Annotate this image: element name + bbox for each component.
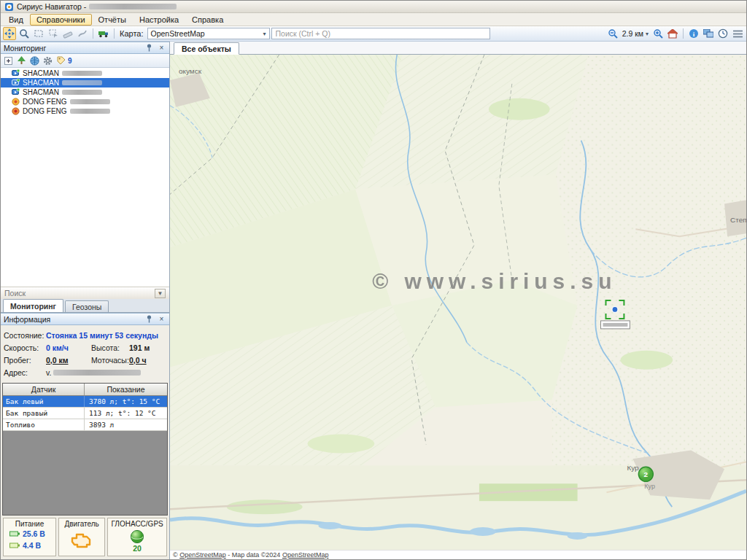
power-backup-value: 4.4 В — [23, 541, 41, 550]
place-label: окумск — [179, 67, 202, 75]
expand-tree-icon[interactable] — [2, 55, 15, 67]
monitoring-panel-title: Мониторинг — [4, 44, 142, 52]
close-icon[interactable]: × — [157, 314, 166, 324]
main-toolbar: Карта: OpenStreetMap ▾ 2.9 км ▾ i — [1, 26, 746, 42]
place-label: Кур — [644, 483, 655, 490]
zoom-in-icon[interactable] — [651, 27, 665, 40]
map-select-label: Карта: — [120, 29, 144, 38]
sensor-row-selected[interactable]: Бак левый 3780 л; t°: 15 °C — [3, 396, 167, 408]
map-canvas[interactable]: окумск Степ Кур Кур © www.sirius.su — [170, 55, 746, 550]
osm-link[interactable]: OpenStreetMap — [179, 551, 226, 559]
vehicle-status-icon — [12, 98, 20, 106]
info-row-state: Состояние: Стоянка 15 минут 53 секунды — [4, 329, 166, 341]
sensor-table-header: Датчик Показание — [3, 384, 167, 396]
state-label: Состояние: — [4, 331, 46, 340]
sensor-table: Датчик Показание Бак левый 3780 л; t°: 1… — [2, 383, 168, 516]
chevron-down-icon: ▾ — [646, 31, 649, 37]
monitors-icon[interactable] — [702, 27, 715, 40]
vehicle-status-icon — [12, 88, 20, 96]
vehicle-status-icon — [12, 79, 20, 87]
value-col-header[interactable]: Показание — [85, 384, 167, 395]
altitude-label: Высота: — [91, 343, 129, 352]
vehicle-row[interactable]: DONG FENG — [1, 106, 169, 116]
measure-icon[interactable] — [61, 27, 74, 40]
vehicle-row[interactable]: SHACMAN — [1, 88, 169, 97]
battery-icon — [9, 531, 20, 537]
window-title: Сириус Навигатор - — [17, 2, 86, 11]
tree-view-icon[interactable] — [15, 55, 28, 67]
vehicle-row[interactable]: SHACMAN — [1, 69, 169, 78]
vehicle-list: SHACMAN SHACMAN SHACMAN DONG FENG — [1, 68, 169, 116]
menu-spravka[interactable]: Справка — [185, 14, 230, 26]
chevron-down-icon: ▾ — [263, 31, 266, 37]
menu-vid[interactable]: Вид — [2, 14, 30, 26]
search-input[interactable] — [271, 28, 490, 39]
list-search-label: Поиск — [4, 289, 26, 298]
sensor-row[interactable]: Бак правый 113 л; t°: 12 °C — [3, 408, 167, 419]
mileage-value[interactable]: 0,0 км — [46, 356, 91, 365]
battery-icon — [9, 542, 20, 548]
vehicle-row-selected[interactable]: SHACMAN — [1, 78, 169, 88]
menu-spravochniki[interactable]: Справочники — [30, 14, 92, 26]
map-provider-select[interactable]: OpenStreetMap ▾ — [147, 28, 270, 39]
cluster-count: 2 — [644, 470, 649, 478]
vehicle-icon[interactable] — [97, 27, 110, 40]
labels-toggle-icon[interactable] — [55, 55, 67, 67]
redacted-plate — [603, 323, 627, 327]
engine-label: Двигатель — [65, 520, 99, 528]
track-icon[interactable] — [76, 27, 89, 40]
vehicle-statusbar: Питание 25.6 В 4.4 В Двигатель — [1, 516, 169, 559]
menu-nastroyka[interactable]: Настройка — [133, 14, 185, 26]
select-rect-icon[interactable] — [32, 27, 45, 40]
power-label: Питание — [5, 520, 54, 528]
scale-selector[interactable]: 2.9 км ▾ — [621, 29, 650, 38]
select-lasso-icon[interactable] — [47, 27, 60, 40]
map-image: окумск Степ Кур Кур © www.sirius.su — [170, 55, 746, 550]
vehicle-status-icon — [12, 69, 20, 77]
vehicle-name: DONG FENG — [23, 98, 67, 106]
tab-geozones[interactable]: Геозоны — [65, 300, 109, 312]
place-label: Кур — [627, 464, 639, 472]
map-tabstrip: Все объекты — [170, 42, 746, 55]
list-search-row[interactable]: Поиск ▼ — [1, 287, 169, 299]
pin-icon[interactable] — [144, 314, 154, 324]
sensor-value: 3780 л; t°: 15 °C — [85, 396, 167, 407]
osm-link[interactable]: OpenStreetMap — [282, 551, 329, 559]
info-icon[interactable]: i — [687, 27, 700, 40]
redacted-text — [89, 4, 177, 9]
gear-icon[interactable] — [42, 55, 54, 67]
sidebar: Мониторинг × — [1, 42, 170, 559]
tab-monitoring[interactable]: Мониторинг — [3, 299, 63, 312]
vehicle-name: SHACMAN — [23, 88, 59, 96]
attribution-middle: - Map data ©2024 — [226, 551, 282, 559]
hours-label: Моточасы: — [91, 356, 129, 365]
sensor-col-header[interactable]: Датчик — [3, 384, 85, 395]
clock-icon[interactable] — [716, 27, 729, 40]
list-icon[interactable] — [731, 27, 744, 40]
vehicle-row[interactable]: DONG FENG — [1, 97, 169, 106]
sensor-name: Бак левый — [3, 396, 85, 407]
sensor-row[interactable]: Топливо 3893 л — [3, 419, 167, 431]
pin-icon[interactable] — [144, 43, 154, 52]
cluster-marker[interactable]: 2 — [638, 467, 653, 481]
redacted-text — [62, 71, 102, 76]
tab-all-objects[interactable]: Все объекты — [174, 42, 239, 55]
globe-icon[interactable] — [28, 55, 41, 67]
vehicle-name: SHACMAN — [23, 79, 59, 87]
filter-icon[interactable]: ▼ — [155, 289, 166, 298]
sidebar-tabs: Мониторинг Геозоны — [1, 299, 169, 313]
power-main-row: 25.6 В — [5, 528, 54, 540]
pan-tool-icon[interactable] — [3, 27, 16, 40]
info-row-address: Адрес: v. — [4, 366, 166, 378]
speed-label: Скорость: — [4, 343, 46, 352]
zoom-out-icon[interactable] — [606, 27, 619, 40]
hours-value[interactable]: 0,0 ч — [129, 356, 147, 365]
home-icon[interactable] — [666, 27, 679, 40]
zoom-tool-icon[interactable] — [18, 27, 31, 40]
app-window: Сириус Навигатор - Вид Справочники Отчёт… — [0, 0, 747, 560]
close-icon[interactable]: × — [157, 43, 166, 52]
app-icon — [4, 2, 14, 12]
redacted-text — [70, 109, 110, 114]
info-grid: Состояние: Стоянка 15 минут 53 секунды С… — [1, 325, 169, 381]
menu-otchety[interactable]: Отчёты — [92, 14, 133, 26]
